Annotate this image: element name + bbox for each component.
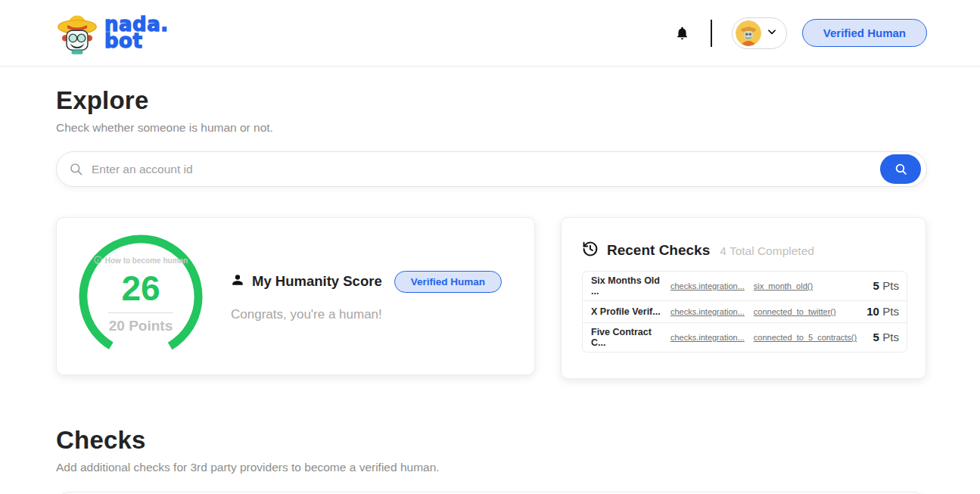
explore-section: Explore Check whether someone is human o… [0,86,980,379]
humanity-score-value: 26 [121,271,160,306]
person-icon [231,273,244,290]
check-module-link[interactable]: checks.integration... [670,307,745,316]
check-function-link[interactable]: connected_to_twitter() [754,307,836,316]
recent-checks-table: Six Months Old ... checks.integration...… [582,271,907,353]
app-header: nada. bot [0,0,980,67]
table-row: X Profile Verif... checks.integration...… [583,301,907,323]
check-module-link[interactable]: checks.integration... [670,281,745,290]
humanity-score-card: How to become human 26 20 Points My Huma… [56,217,535,375]
logo-wordmark: nada. bot [104,17,169,49]
header-divider [711,20,712,47]
checks-section: Checks Add additional checks for 3rd par… [0,426,980,494]
chevron-down-icon [767,26,777,40]
check-module-link[interactable]: checks.integration... [670,333,745,342]
avatar [736,20,761,46]
table-row: Six Months Old ... checks.integration...… [583,272,907,301]
check-points: 10 Pts [861,301,907,323]
check-name: Five Contract C... [583,323,666,352]
table-row: Five Contract C... checks.integration...… [583,323,907,352]
account-search [56,151,927,187]
score-ring: How to become human 26 20 Points [76,232,205,361]
recent-checks-title: Recent Checks [607,242,710,259]
info-icon [94,256,102,266]
check-points: 5 Pts [861,323,907,352]
search-icon [69,162,83,176]
check-name: Six Months Old ... [583,272,666,301]
account-id-input[interactable] [56,151,927,187]
checks-subtitle: Add additional checks for 3rd party prov… [56,461,927,474]
score-message: Congrats, you're a human! [231,307,502,322]
checks-title: Checks [56,426,927,455]
search-submit-button[interactable] [880,154,921,184]
history-icon [582,241,599,260]
check-name: X Profile Verif... [583,301,666,323]
recent-checks-total: 4 Total Completed [720,244,814,258]
score-points-label: 20 Points [109,318,173,334]
nadabot-logo[interactable]: nada. bot [56,9,169,57]
score-divider [108,312,173,313]
score-card-title: My Humanity Score [252,273,382,290]
explore-title: Explore [56,86,927,115]
notifications-bell-icon[interactable] [672,22,692,45]
explore-subtitle: Check whether someone is human or not. [56,121,927,135]
check-function-link[interactable]: connected_to_5_contracts() [754,333,857,342]
verified-human-badge-small[interactable]: Verified Human [394,271,502,293]
sombrero-robot-icon [56,9,98,57]
account-menu[interactable] [732,17,787,49]
check-points: 5 Pts [861,272,907,301]
verified-human-badge[interactable]: Verified Human [802,19,927,47]
how-to-become-human-link[interactable]: How to become human [94,256,188,266]
recent-checks-card: Recent Checks 4 Total Completed Six Mont… [561,217,926,379]
check-function-link[interactable]: six_month_old() [754,281,813,290]
